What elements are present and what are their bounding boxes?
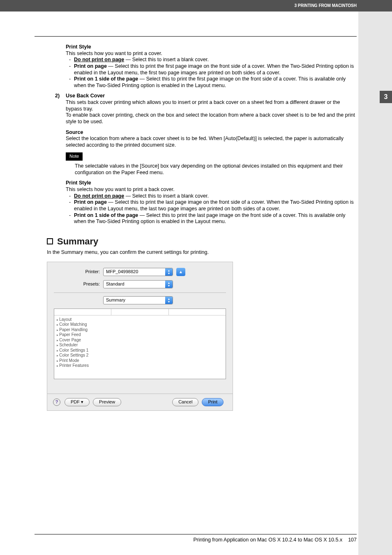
ps1-bullet-2: Print on page — Select this to print the… [74, 63, 357, 76]
use-back-cover-heading: Use Back Cover [66, 93, 357, 99]
use-back-cover-p1: This sets back cover printing which allo… [66, 99, 357, 112]
ps2-bullet-1: Do not print on page — Select this to in… [74, 193, 357, 200]
dash-icon: - [66, 199, 74, 212]
summary-intro: In the Summary menu, you can confirm the… [47, 249, 357, 256]
separator [54, 292, 226, 293]
list-item[interactable]: Print Mode [57, 358, 223, 364]
presets-combo[interactable]: Standard ▲▼ [103, 280, 173, 288]
summary-heading: Summary [47, 236, 357, 247]
use-back-cover-p2: To enable back cover printing, check on … [66, 112, 357, 125]
preview-button[interactable]: Preview [93, 398, 121, 406]
ps1-bullet-3: Print on 1 side of the page — Select thi… [74, 76, 357, 89]
list-item[interactable]: Color Settings 2 [57, 353, 223, 358]
square-bullet-icon [47, 238, 53, 244]
list-number-2: 2) [55, 93, 66, 225]
updown-icon: ▲▼ [165, 281, 173, 288]
dash-icon: - [66, 57, 74, 63]
dash-icon: - [66, 212, 74, 225]
presets-label: Presets: [54, 281, 103, 287]
list-item[interactable]: Paper Feed [57, 332, 223, 338]
summary-table[interactable]: Layout Color Matching Paper Handling Pap… [54, 309, 226, 379]
updown-icon: ▲▼ [165, 268, 173, 276]
printer-label: Printer: [54, 269, 103, 275]
note-text: The selectable values in the [Source] bo… [75, 163, 357, 176]
top-rule [35, 36, 357, 37]
dash-icon: - [66, 193, 74, 200]
list-item[interactable]: Color Matching [57, 322, 223, 327]
list-item[interactable]: Color Settings 1 [57, 348, 223, 353]
cancel-button[interactable]: Cancel [172, 398, 198, 406]
list-item[interactable]: Layout [57, 317, 223, 322]
source-paragraph: Select the location from where a back co… [66, 136, 357, 148]
print-dialog: Printer: MFP_04998820 ▲▼ ▲ Presets: Stan… [47, 262, 233, 411]
print-style-1-heading: Print Style [66, 44, 357, 51]
print-style-1-intro: This selects how you want to print a cov… [66, 51, 357, 57]
dash-icon: - [66, 63, 74, 76]
list-item[interactable]: Scheduler [57, 343, 223, 348]
print-button[interactable]: Print [202, 398, 224, 406]
page-footer: Printing from Application on Mac OS X 10… [35, 534, 357, 543]
list-item[interactable]: Paper Handling [57, 327, 223, 333]
list-item[interactable]: Cover Page [57, 338, 223, 343]
note-label: Note [66, 152, 83, 161]
list-item[interactable]: Printer Features [57, 363, 223, 368]
ps1-bullet-1: Do not print on page — Select this to in… [74, 57, 357, 63]
printer-status-button[interactable]: ▲ [176, 268, 185, 276]
print-style-2-intro: This selects how you want to print a bac… [66, 187, 357, 193]
ps2-bullet-2: Print on page — Select this to print the… [74, 199, 357, 212]
panel-combo[interactable]: Summary ▲▼ [103, 296, 173, 304]
printer-combo[interactable]: MFP_04998820 ▲▼ [103, 268, 173, 276]
pdf-button[interactable]: PDF ▾ [65, 398, 90, 406]
header-breadcrumb: 3 PRINTING FROM MACINTOSH [0, 0, 392, 12]
print-style-2-heading: Print Style [66, 180, 357, 187]
ps2-bullet-3: Print on 1 side of the page — Select thi… [74, 212, 357, 225]
chapter-tab: 3 [380, 91, 392, 103]
updown-icon: ▲▼ [165, 297, 173, 304]
dash-icon: - [66, 76, 74, 89]
source-heading: Source [66, 129, 357, 136]
table-header [54, 309, 226, 315]
help-button[interactable]: ? [53, 398, 60, 406]
